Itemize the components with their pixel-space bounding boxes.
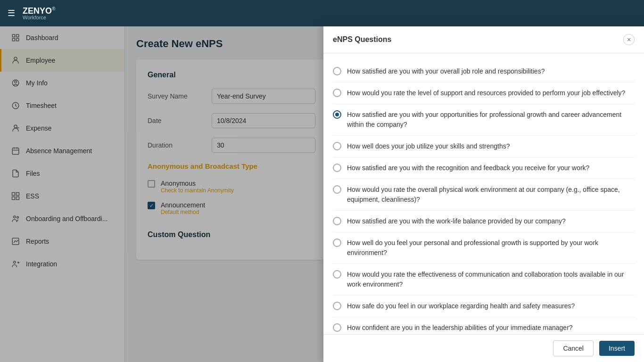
question-item-10[interactable]: How safe do you feel in our workplace re… <box>333 296 635 317</box>
question-radio-9[interactable] <box>333 270 341 279</box>
hamburger-icon[interactable]: ☰ <box>8 8 15 18</box>
top-header: ☰ ZENYO® Workforce <box>0 0 644 26</box>
question-text-1: How satisfied are you with your overall … <box>347 66 545 76</box>
logo-main: ZENYO® Workforce <box>23 6 55 20</box>
question-item-5[interactable]: How satisfied are you with the recogniti… <box>333 157 635 179</box>
question-item-7[interactable]: How satisfied are you with the work-life… <box>333 211 635 232</box>
question-item-2[interactable]: How would you rate the level of support … <box>333 82 635 104</box>
insert-button[interactable]: Insert <box>599 341 635 356</box>
question-item-4[interactable]: How well does your job utilize your skil… <box>333 136 635 157</box>
question-text-6: How would you rate the overall physical … <box>347 185 635 205</box>
question-radio-5[interactable] <box>333 164 341 172</box>
question-item-1[interactable]: How satisfied are you with your overall … <box>333 61 635 82</box>
modal-overlay: eNPS Questions × How satisfied are you w… <box>0 26 644 362</box>
question-radio-1[interactable] <box>333 67 341 75</box>
logo: ZENYO® Workforce <box>23 7 55 20</box>
question-text-7: How satisfied are you with the work-life… <box>347 216 566 226</box>
question-radio-11[interactable] <box>333 323 341 332</box>
question-text-2: How would you rate the level of support … <box>347 88 625 98</box>
logo-sub: Workforce <box>23 15 55 20</box>
question-text-9: How would you rate the effectiveness of … <box>347 270 635 289</box>
question-radio-4[interactable] <box>333 142 341 150</box>
enps-modal: eNPS Questions × How satisfied are you w… <box>323 26 644 362</box>
question-item-6[interactable]: How would you rate the overall physical … <box>333 179 635 211</box>
question-radio-8[interactable] <box>333 239 341 247</box>
question-text-3: How satisfied are you with your opportun… <box>347 110 635 130</box>
cancel-button[interactable]: Cancel <box>553 340 594 356</box>
question-text-10: How safe do you feel in our workplace re… <box>347 301 575 311</box>
question-text-8: How well do you feel your personal and p… <box>347 238 635 258</box>
modal-header: eNPS Questions × <box>323 26 644 53</box>
question-item-11[interactable]: How confident are you in the leadership … <box>333 317 635 334</box>
question-item-9[interactable]: How would you rate the effectiveness of … <box>333 264 635 296</box>
modal-close-button[interactable]: × <box>623 34 635 45</box>
question-radio-7[interactable] <box>333 217 341 225</box>
question-radio-3[interactable] <box>333 110 341 119</box>
question-text-11: How confident are you in the leadership … <box>347 323 573 333</box>
questions-list: How satisfied are you with your overall … <box>323 53 644 334</box>
question-text-5: How satisfied are you with the recogniti… <box>347 163 589 173</box>
question-radio-2[interactable] <box>333 89 341 97</box>
question-radio-10[interactable] <box>333 302 341 310</box>
question-item-8[interactable]: How well do you feel your personal and p… <box>333 232 635 264</box>
question-item-3[interactable]: How satisfied are you with your opportun… <box>333 104 635 136</box>
modal-title: eNPS Questions <box>333 35 391 44</box>
modal-footer: Cancel Insert <box>323 334 644 362</box>
question-text-4: How well does your job utilize your skil… <box>347 141 510 151</box>
question-radio-6[interactable] <box>333 185 341 194</box>
